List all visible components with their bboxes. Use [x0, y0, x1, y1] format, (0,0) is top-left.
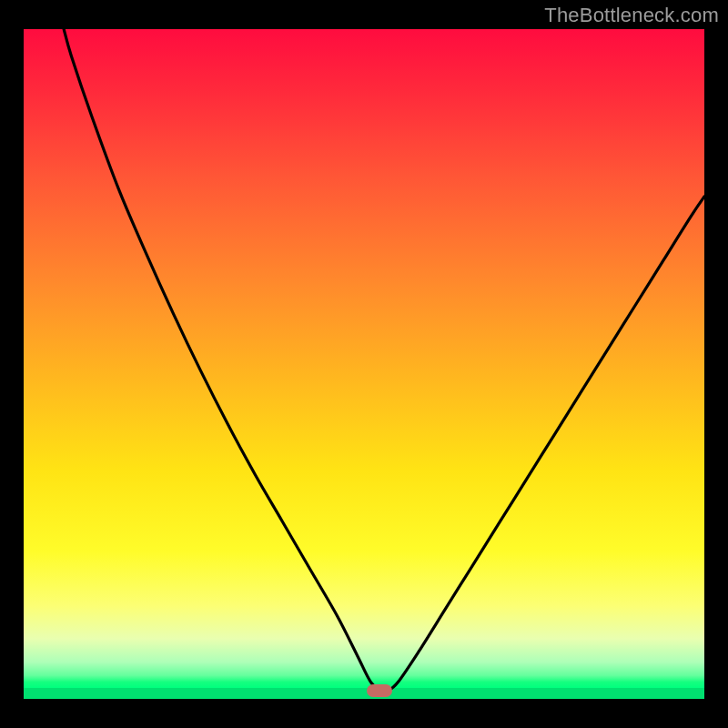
optimal-marker	[367, 684, 392, 697]
watermark-text: TheBottleneck.com	[544, 4, 719, 27]
bottleneck-curve	[24, 29, 704, 699]
chart-frame: TheBottleneck.com	[0, 0, 728, 728]
plot-area	[24, 29, 704, 699]
